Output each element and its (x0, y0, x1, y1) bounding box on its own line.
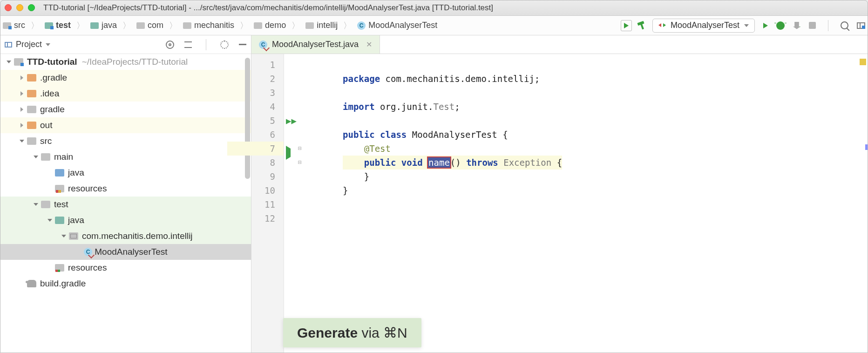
breadcrumb-intellij[interactable]: intellij〉 (305, 20, 352, 31)
scrollbar-thumb[interactable] (245, 58, 250, 179)
expand-icon[interactable] (34, 203, 38, 206)
search-everywhere-button[interactable] (841, 21, 848, 29)
tree-node-class-selected[interactable]: C MoodAnalyserTest (0, 244, 251, 260)
project-tool-window: Project TTD-tutorial ~/IdeaProjects/TTD-… (0, 35, 251, 353)
folder-icon (41, 153, 50, 161)
chevron-down-icon (744, 24, 749, 27)
import-class: Test (433, 102, 454, 112)
project-panel-title[interactable]: Project (16, 40, 42, 49)
line-number: 2 (251, 72, 275, 86)
tree-node-main-resources[interactable]: resources (0, 181, 251, 197)
expand-icon[interactable] (61, 235, 66, 238)
fold-start-icon[interactable]: ⊟ (298, 142, 306, 156)
pkg-name: com.mechanitis.demo.intellij; (380, 74, 540, 84)
run-button[interactable] (763, 23, 768, 28)
expand-icon[interactable] (20, 75, 23, 80)
breadcrumb: src〉 test〉 java〉 com〉 mechanitis〉 demo〉 … (3, 20, 437, 31)
close-window-button[interactable] (5, 4, 12, 11)
project-panel-header: Project (0, 35, 251, 54)
tree-node-main[interactable]: main (0, 149, 251, 165)
editor-tab-active[interactable]: C MoodAnalyserTest.java ✕ (251, 35, 380, 54)
code-area[interactable]: 1 2 3 4 5 6 7 8 9 10 11 12 ▶▶ ⊟ (251, 54, 868, 353)
fold-end-icon[interactable]: ⊟ (298, 156, 306, 170)
tree-node-gradle[interactable]: gradle (0, 102, 251, 117)
minimize-window-button[interactable] (16, 4, 23, 11)
separator (206, 39, 206, 50)
tree-root[interactable]: TTD-tutorial ~/IdeaProjects/TTD-tutorial (0, 54, 251, 70)
tree-label: src (40, 136, 52, 146)
expand-icon[interactable] (7, 61, 11, 63)
breadcrumb-label: com (148, 20, 163, 30)
tree-label: MoodAnalyserTest (95, 247, 167, 257)
breadcrumb-label: mechanitis (194, 20, 234, 30)
kw-package: package (343, 74, 380, 84)
hide-panel-button[interactable] (239, 44, 246, 45)
breadcrumb-demo[interactable]: demo〉 (254, 20, 300, 31)
breadcrumb-class[interactable]: C MoodAnalyserTest (357, 20, 437, 30)
expand-icon[interactable] (20, 107, 23, 112)
workspace: Project TTD-tutorial ~/IdeaProjects/TTD-… (0, 35, 868, 353)
code-content[interactable]: package com.mechanitis.demo.intellij; im… (284, 54, 562, 353)
resources-folder-icon (55, 185, 64, 192)
expand-icon[interactable] (47, 219, 52, 222)
expand-icon[interactable] (20, 123, 23, 128)
method-name-selected[interactable]: name (428, 157, 450, 168)
debug-button[interactable] (776, 21, 785, 30)
chevron-down-icon[interactable] (46, 43, 50, 46)
tree-node-test[interactable]: test (0, 197, 251, 212)
error-stripe-mark[interactable] (865, 144, 868, 150)
run-context-button[interactable] (621, 20, 632, 31)
annotation: @Test (364, 143, 391, 154)
tree-node-src[interactable]: src (0, 133, 251, 149)
line-number: 9 (251, 170, 275, 183)
breadcrumb-com[interactable]: com〉 (136, 20, 177, 31)
breadcrumb-mechanitis[interactable]: mechanitis〉 (183, 20, 248, 31)
kw-import: import (343, 102, 375, 112)
breadcrumb-test[interactable]: test〉 (45, 20, 85, 31)
tree-node-main-java[interactable]: java (0, 165, 251, 181)
breadcrumb-label: demo (265, 20, 286, 30)
tree-node-test-resources[interactable]: resources (0, 260, 251, 276)
brace-close: } (343, 185, 348, 196)
tree-node-test-java[interactable]: java (0, 212, 251, 228)
breadcrumb-label: src (14, 20, 25, 30)
tree-node-out[interactable]: out (0, 117, 251, 133)
shortcut-tip-overlay: Generate via ⌘N (283, 318, 421, 347)
settings-button[interactable] (220, 41, 229, 49)
build-button[interactable] (637, 21, 647, 30)
tree-node-idea[interactable]: .idea (0, 86, 251, 102)
fold-gutter: ⊟ ⊟ (298, 58, 306, 170)
project-tree[interactable]: TTD-tutorial ~/IdeaProjects/TTD-tutorial… (0, 54, 251, 353)
expand-icon[interactable] (20, 140, 24, 143)
breadcrumb-java[interactable]: java〉 (90, 20, 131, 31)
tree-node-package[interactable]: com.mechanitis.demo.intellij (0, 228, 251, 244)
line-number: 4 (251, 100, 275, 114)
breadcrumb-src[interactable]: src〉 (3, 20, 39, 31)
run-with-coverage-button[interactable] (793, 22, 800, 29)
brace-close: } (364, 171, 369, 182)
line-number-gutter[interactable]: 1 2 3 4 5 6 7 8 9 10 11 12 (251, 54, 284, 353)
collapse-all-button[interactable] (184, 41, 192, 48)
breadcrumb-label: MoodAnalyserTest (368, 20, 437, 30)
tree-node-build-gradle[interactable]: build.gradle (0, 276, 251, 292)
zoom-window-button[interactable] (28, 4, 35, 11)
run-test-gutter-icon[interactable] (286, 146, 299, 160)
expand-icon[interactable] (20, 91, 23, 96)
close-tab-button[interactable]: ✕ (366, 40, 372, 49)
line-number: 3 (251, 86, 275, 100)
gradle-icon (27, 280, 36, 287)
inspection-status-icon[interactable] (860, 59, 866, 65)
tree-label: com.mechanitis.demo.intellij (82, 231, 193, 241)
tree-hint: ~/IdeaProjects/TTD-tutorial (82, 57, 188, 67)
run-class-gutter-icon[interactable]: ▶▶ (286, 114, 299, 128)
tree-node-gradle-dot[interactable]: .gradle (0, 70, 251, 86)
source-folder-icon (55, 169, 64, 176)
select-opened-file-button[interactable] (166, 41, 174, 49)
run-configuration-selector[interactable]: MoodAnalyserTest (652, 19, 755, 33)
stop-button[interactable] (809, 22, 816, 29)
tool-windows-button[interactable] (857, 22, 865, 29)
tree-label: resources (68, 263, 107, 273)
package-icon (136, 22, 145, 29)
expand-icon[interactable] (34, 156, 38, 158)
tree-label: java (68, 168, 84, 178)
